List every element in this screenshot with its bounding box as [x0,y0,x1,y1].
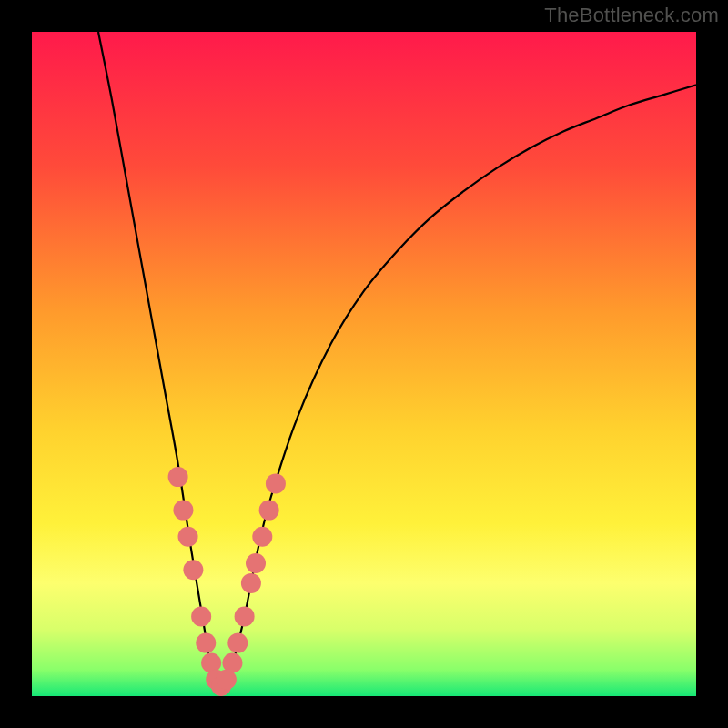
highlight-marker [252,527,272,547]
highlight-marker [235,606,255,626]
chart-frame: TheBottleneck.com [0,0,728,728]
highlight-marker [168,467,188,487]
highlight-marker [266,473,286,493]
plot-area [32,32,696,696]
highlight-marker [178,527,198,547]
highlight-marker [196,633,216,653]
chart-background [32,32,696,696]
highlight-marker [246,553,266,573]
watermark-text: TheBottleneck.com [544,4,719,27]
highlight-marker [173,500,193,521]
highlight-marker [191,606,211,626]
highlight-marker [259,500,279,521]
highlight-marker [241,573,261,593]
chart-svg [32,32,696,696]
highlight-marker [183,560,203,580]
highlight-marker [222,653,242,673]
highlight-marker [228,633,248,653]
